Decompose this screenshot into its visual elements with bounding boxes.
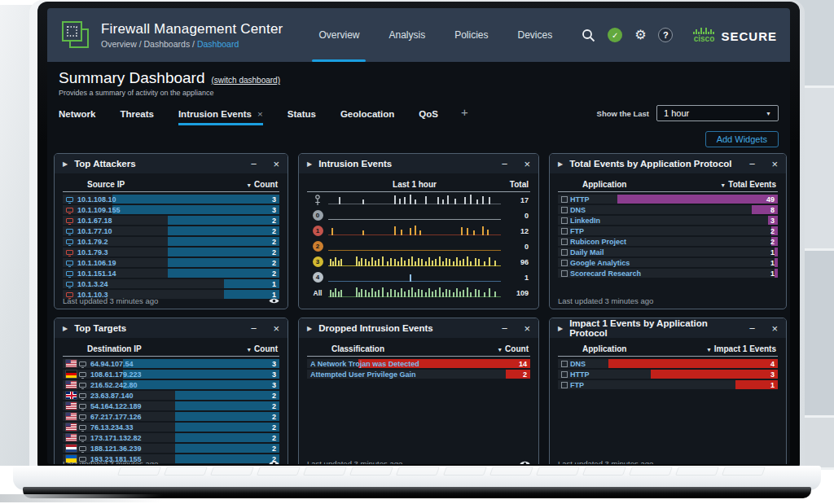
search-icon[interactable] — [582, 28, 595, 42]
minimize-icon[interactable]: − — [502, 159, 508, 169]
tab-network[interactable]: Network — [59, 109, 95, 125]
row-label[interactable]: 10.1.10.3 — [63, 291, 108, 299]
column-label[interactable]: Source IP — [87, 180, 125, 189]
column-sort[interactable]: ▼Impact 1 Events — [706, 344, 776, 353]
collapse-caret-icon[interactable]: ▶ — [63, 160, 68, 168]
add-tab-button[interactable]: + — [461, 105, 468, 125]
table-row[interactable]: LinkedIn3 — [558, 216, 778, 225]
table-row[interactable]: 54.164.122.1892 — [63, 401, 279, 410]
column-sort[interactable]: ▼Count — [497, 344, 529, 353]
tab-geolocation[interactable]: Geolocation — [340, 109, 394, 125]
row-label[interactable]: 10.1.67.18 — [63, 217, 112, 225]
row-label[interactable]: 10.1.151.14 — [63, 270, 116, 278]
table-row[interactable]: HTTP49 — [558, 195, 778, 204]
close-icon[interactable]: × — [771, 323, 778, 334]
table-row[interactable]: 10.1.67.182 — [63, 216, 279, 225]
table-row[interactable]: 10.1.108.103 — [63, 195, 279, 204]
minimize-icon[interactable]: − — [251, 323, 257, 334]
column-label[interactable]: Classification — [331, 344, 384, 353]
table-row[interactable]: 188.121.36.2392 — [63, 444, 279, 453]
close-icon[interactable]: × — [524, 323, 530, 334]
row-label[interactable]: 64.94.107.54 — [63, 360, 134, 368]
table-row[interactable]: 10.1.151.142 — [63, 269, 279, 278]
spark-row[interactable]: All109 — [307, 285, 530, 300]
row-label[interactable]: HTTP — [558, 195, 590, 204]
table-row[interactable]: 10.1.79.32 — [63, 248, 279, 256]
spark-row[interactable]: 17 — [307, 192, 530, 208]
row-label[interactable]: 67.217.177.126 — [63, 413, 142, 421]
tab-threats[interactable]: Threats — [120, 109, 154, 125]
close-icon[interactable]: × — [273, 323, 279, 334]
spark-row[interactable]: 20 — [307, 239, 530, 254]
collapse-caret-icon[interactable]: ▶ — [307, 160, 312, 168]
minimize-icon[interactable]: − — [749, 323, 756, 334]
table-row[interactable]: A Network Trojan was Detected14 — [307, 359, 530, 368]
nav-item-overview[interactable]: Overview — [318, 8, 359, 62]
table-row[interactable]: DNS4 — [558, 359, 778, 368]
row-label[interactable]: DNS — [558, 206, 586, 214]
row-label[interactable]: 173.171.132.82 — [63, 434, 142, 442]
switch-dashboard-link[interactable]: (switch dashboard) — [212, 76, 280, 85]
nav-item-analysis[interactable]: Analysis — [388, 8, 425, 62]
gear-icon[interactable]: ⚙ — [634, 28, 646, 42]
table-row[interactable]: 216.52.242.803 — [63, 380, 279, 389]
row-label[interactable]: Scorecard Research — [558, 270, 641, 278]
collapse-caret-icon[interactable]: ▶ — [63, 325, 68, 332]
row-label[interactable]: A Network Trojan was Detected — [307, 360, 419, 368]
column-label[interactable]: Application — [582, 180, 626, 189]
row-label[interactable]: 193.23.181.155 — [63, 455, 142, 463]
row-label[interactable]: Attempted User Privilege Gain — [307, 370, 416, 379]
deploy-status-icon[interactable]: ✓ — [608, 28, 622, 42]
spark-row[interactable]: 41 — [307, 270, 530, 285]
column-sort[interactable]: ▼Count — [246, 344, 278, 353]
row-label[interactable]: 10.1.79.2 — [63, 238, 108, 246]
close-icon[interactable]: × — [771, 159, 778, 169]
table-row[interactable]: Daily Mail1 — [558, 248, 778, 256]
table-row[interactable]: 67.217.177.1262 — [63, 412, 279, 421]
collapse-caret-icon[interactable]: ▶ — [558, 160, 563, 168]
tab-intrusion-events[interactable]: Intrusion Events× — [178, 109, 263, 125]
spark-row[interactable]: 112 — [307, 223, 530, 239]
column-label[interactable]: Application — [582, 344, 626, 353]
table-row[interactable]: HTTP3 — [558, 370, 778, 379]
row-label[interactable]: 10.1.3.24 — [63, 280, 108, 288]
table-row[interactable]: 76.13.234.332 — [63, 423, 279, 432]
collapse-caret-icon[interactable]: ▶ — [558, 325, 563, 332]
row-label[interactable]: 108.61.179.223 — [63, 370, 142, 379]
row-label[interactable]: 188.121.36.239 — [63, 445, 142, 453]
spark-row[interactable]: 00 — [307, 208, 530, 223]
row-label[interactable]: HTTP — [558, 370, 590, 379]
tab-close-icon[interactable]: × — [257, 109, 263, 119]
table-row[interactable]: 108.61.179.2233 — [63, 370, 279, 379]
minimize-icon[interactable]: − — [502, 323, 508, 334]
row-label[interactable]: Daily Mail — [558, 248, 604, 256]
table-row[interactable]: 23.63.87.1402 — [63, 391, 279, 400]
collapse-caret-icon[interactable]: ▶ — [307, 325, 312, 332]
column-sort[interactable]: ▼Count — [246, 180, 278, 189]
table-row[interactable]: 10.1.109.1553 — [63, 205, 279, 214]
table-row[interactable]: 10.1.106.192 — [63, 258, 279, 267]
table-row[interactable]: Attempted User Privilege Gain2 — [307, 370, 530, 379]
row-label[interactable]: 23.63.87.140 — [63, 392, 134, 400]
nav-item-policies[interactable]: Policies — [454, 8, 488, 62]
row-label[interactable]: 54.164.122.189 — [63, 402, 142, 410]
row-label[interactable]: 10.1.108.10 — [63, 195, 116, 204]
eye-icon[interactable] — [520, 460, 530, 464]
row-label[interactable]: 10.1.77.10 — [63, 227, 112, 235]
close-icon[interactable]: × — [524, 159, 530, 169]
time-range-select[interactable]: 1 hour ▼ — [656, 105, 779, 121]
breadcrumb-current[interactable]: Dashboard — [197, 39, 239, 49]
row-label[interactable]: 10.1.109.155 — [63, 206, 121, 214]
nav-item-devices[interactable]: Devices — [518, 8, 553, 62]
table-row[interactable]: 64.94.107.543 — [63, 359, 279, 368]
row-label[interactable]: 10.1.79.3 — [63, 248, 108, 256]
row-label[interactable]: Google Analytics — [558, 259, 630, 267]
tab-qos[interactable]: QoS — [419, 109, 438, 125]
table-row[interactable]: Rubicon Project2 — [558, 237, 778, 246]
help-icon[interactable]: ? — [658, 28, 673, 42]
table-row[interactable]: 10.1.77.102 — [63, 226, 279, 235]
row-label[interactable]: 216.52.242.80 — [63, 381, 138, 389]
tab-status[interactable]: Status — [288, 109, 316, 125]
table-row[interactable]: 173.171.132.822 — [63, 433, 279, 442]
row-label[interactable]: LinkedIn — [558, 217, 600, 225]
